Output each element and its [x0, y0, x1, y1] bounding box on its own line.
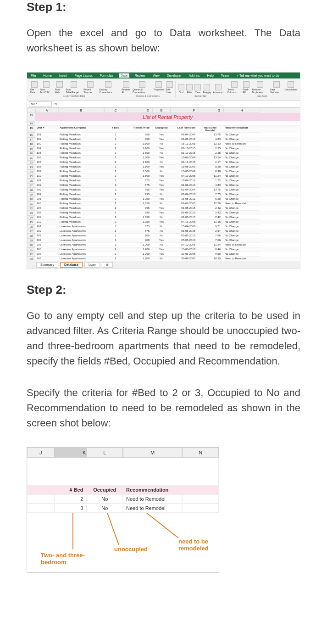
- cell[interactable]: Lakeview Apartments: [58, 243, 104, 247]
- cell[interactable]: No: [152, 229, 171, 234]
- ribbon-button-from-web[interactable]: From Web: [55, 81, 64, 94]
- cell[interactable]: 2: [104, 252, 127, 257]
- cell[interactable]: 3: [104, 156, 127, 160]
- ribbon-tab-help[interactable]: Help: [205, 73, 215, 78]
- row-number[interactable]: 21: [27, 156, 35, 160]
- cell[interactable]: 1: [104, 133, 127, 137]
- name-box[interactable]: M27: [29, 101, 52, 106]
- row-number[interactable]: 40: [27, 243, 35, 247]
- criteria-cell[interactable]: 3: [55, 504, 87, 513]
- row-number[interactable]: 35: [27, 220, 35, 224]
- ribbon-button-flash-fill[interactable]: Flash Fill: [243, 81, 250, 94]
- cell[interactable]: 201: [35, 179, 58, 183]
- column-header-l[interactable]: L: [86, 448, 123, 458]
- cell[interactable]: Yes: [152, 247, 171, 252]
- ribbon-button-clear[interactable]: Clear: [194, 84, 201, 94]
- cell[interactable]: Need to Remodel: [223, 142, 260, 146]
- cell[interactable]: 2.25: [198, 151, 223, 156]
- cell[interactable]: No Change: [223, 220, 260, 224]
- cell[interactable]: 206: [35, 202, 58, 206]
- cell[interactable]: No: [152, 215, 171, 220]
- cell[interactable]: No Change: [223, 165, 260, 169]
- tell-me-search[interactable]: ♀ Tell me what you want to do: [234, 73, 281, 78]
- row-number[interactable]: 23: [27, 165, 35, 169]
- cell[interactable]: 3: [104, 174, 127, 179]
- cell[interactable]: No Change: [223, 206, 260, 211]
- cell[interactable]: No Change: [223, 151, 260, 156]
- ribbon-button-text-to-columns[interactable]: Text to Columns: [227, 81, 241, 94]
- cell[interactable]: No Change: [223, 156, 260, 160]
- cell[interactable]: No Change: [223, 247, 260, 252]
- cell[interactable]: 103: [35, 142, 58, 146]
- cell[interactable]: 875: [127, 229, 152, 234]
- cell[interactable]: 3: [104, 197, 127, 202]
- cell[interactable]: No: [152, 224, 171, 229]
- cell[interactable]: 1,050: [127, 197, 152, 202]
- cell[interactable]: Lakeview Apartments: [58, 224, 104, 229]
- cell[interactable]: 1,050: [127, 202, 152, 206]
- cell[interactable]: 01-04-2010: [171, 192, 198, 197]
- cell[interactable]: 01-08-2015: [171, 206, 198, 211]
- cell[interactable]: Yes: [152, 133, 171, 137]
- cell[interactable]: 01-03-2013: [171, 137, 198, 142]
- ribbon-tab-file[interactable]: File: [29, 73, 38, 78]
- cell[interactable]: 900: [127, 234, 152, 238]
- criteria-cell[interactable]: No: [86, 504, 123, 513]
- cell[interactable]: 205: [35, 197, 58, 202]
- cell[interactable]: 1,500: [127, 169, 152, 174]
- cell[interactable]: 11.24: [198, 174, 223, 179]
- cell[interactable]: 01-10-2015: [171, 151, 198, 156]
- cell[interactable]: 04-10-2006: [171, 243, 198, 247]
- cell[interactable]: No: [152, 142, 171, 146]
- add-sheet-button[interactable]: ⊕: [102, 262, 113, 268]
- cell[interactable]: 950: [127, 133, 152, 137]
- cell[interactable]: 1.72: [198, 179, 223, 183]
- column-header-e[interactable]: E: [152, 108, 171, 113]
- cell[interactable]: 7.75: [198, 192, 223, 197]
- cell[interactable]: Rolling Meadows: [58, 142, 104, 146]
- cell[interactable]: No: [152, 151, 171, 156]
- row-number[interactable]: 17: [27, 137, 35, 142]
- cell[interactable]: No Change: [223, 252, 260, 257]
- select-all-corner[interactable]: [27, 108, 35, 113]
- cell[interactable]: 1,500: [127, 174, 152, 179]
- cell[interactable]: 210: [35, 220, 58, 224]
- cell[interactable]: Need to Remodel: [223, 202, 260, 206]
- cell[interactable]: No: [152, 257, 171, 261]
- cell[interactable]: Rolling Meadows: [58, 160, 104, 165]
- cell[interactable]: 2: [104, 257, 127, 261]
- cell[interactable]: 01-08-2015: [171, 211, 198, 215]
- cell[interactable]: 303: [35, 234, 58, 238]
- cell[interactable]: 1,500: [127, 151, 152, 156]
- cell[interactable]: 04-10-2006: [171, 174, 198, 179]
- cell[interactable]: 1: [104, 224, 127, 229]
- cell[interactable]: 1: [104, 238, 127, 243]
- ribbon-button-properties[interactable]: Properties: [154, 81, 164, 94]
- cell[interactable]: 11.16: [198, 220, 223, 224]
- cell[interactable]: 2.42: [198, 211, 223, 215]
- cell[interactable]: Yes: [152, 188, 171, 192]
- column-header-n[interactable]: N: [182, 448, 219, 458]
- cell[interactable]: 995: [127, 206, 152, 211]
- cell[interactable]: 2: [104, 146, 127, 151]
- cell[interactable]: 875: [127, 179, 152, 183]
- cell[interactable]: 7.66: [198, 234, 223, 238]
- cell[interactable]: 3: [104, 151, 127, 156]
- cell[interactable]: 1,500: [127, 156, 152, 160]
- cell[interactable]: No Change: [223, 179, 260, 183]
- cell[interactable]: Rolling Meadows: [58, 169, 104, 174]
- row-number[interactable]: 38: [27, 234, 35, 238]
- cell[interactable]: 305: [35, 243, 58, 247]
- cell[interactable]: 15-04-2008: [171, 224, 198, 229]
- column-header-g[interactable]: G: [198, 108, 223, 113]
- cell[interactable]: 107: [35, 160, 58, 165]
- cell[interactable]: 1,200: [127, 257, 152, 261]
- row-number[interactable]: 18: [27, 142, 35, 146]
- cell[interactable]: 304: [35, 238, 58, 243]
- row-number[interactable]: 36: [27, 224, 35, 229]
- cell[interactable]: Yes: [152, 137, 171, 142]
- cell[interactable]: No: [152, 192, 171, 197]
- cell[interactable]: 301: [35, 224, 58, 229]
- row-number[interactable]: 16: [27, 133, 35, 137]
- ribbon-tab-add-ins[interactable]: Add-ins: [187, 73, 202, 78]
